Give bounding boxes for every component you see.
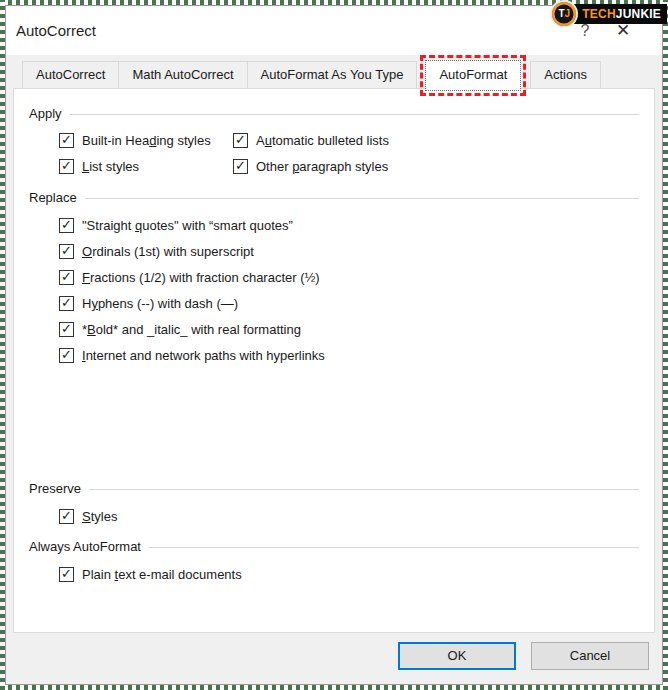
dialog-body: AutoCorrect Math AutoCorrect AutoFormat … bbox=[6, 55, 662, 684]
check-icon: ✓ bbox=[61, 296, 72, 309]
dialog-footer: OK Cancel bbox=[13, 633, 655, 684]
checkbox-row-hyphens-dash[interactable]: ✓ Hyphens (--) with dash (—) bbox=[59, 296, 639, 311]
checkbox[interactable]: ✓ bbox=[59, 567, 74, 582]
checkbox-row-other-paragraph-styles[interactable]: ✓ Other paragraph styles bbox=[233, 159, 389, 174]
tab-actions[interactable]: Actions bbox=[530, 61, 601, 88]
check-icon: ✓ bbox=[61, 348, 72, 361]
checkbox[interactable]: ✓ bbox=[59, 244, 74, 259]
techjunkie-logo: TJ TECHJUNKIE bbox=[550, 0, 667, 28]
red-dashed-annotation: AutoFormat bbox=[420, 55, 526, 96]
checkbox[interactable]: ✓ bbox=[59, 509, 74, 524]
section-divider bbox=[85, 198, 639, 199]
checkbox-label: "Straight quotes" with “smart quotes” bbox=[82, 218, 293, 233]
checkbox-label: List styles bbox=[82, 159, 139, 174]
section-apply: Apply bbox=[29, 106, 639, 121]
screenshot-frame: AutoCorrect ? ✕ AutoCorrect Math AutoCor… bbox=[0, 0, 668, 690]
tab-autoformat[interactable]: AutoFormat bbox=[425, 60, 521, 91]
section-always-autoformat-title: Always AutoFormat bbox=[29, 539, 141, 554]
checkbox[interactable]: ✓ bbox=[233, 159, 248, 174]
checkbox-row-straight-quotes[interactable]: ✓ "Straight quotes" with “smart quotes” bbox=[59, 218, 639, 233]
selection-border-right bbox=[663, 0, 668, 690]
checkbox-row-ordinals-superscript[interactable]: ✓ Ordinals (1st) with superscript bbox=[59, 244, 639, 259]
tab-math-autocorrect[interactable]: Math AutoCorrect bbox=[118, 61, 247, 88]
cancel-button[interactable]: Cancel bbox=[531, 642, 649, 670]
checkbox-label: Other paragraph styles bbox=[256, 159, 388, 174]
check-icon: ✓ bbox=[61, 322, 72, 335]
checkbox-label: *Bold* and _italic_ with real formatting bbox=[82, 322, 301, 337]
checkbox-row-fractions[interactable]: ✓ Fractions (1/2) with fraction characte… bbox=[59, 270, 639, 285]
checkbox-label: Fractions (1/2) with fraction character … bbox=[82, 270, 320, 285]
check-icon: ✓ bbox=[61, 244, 72, 257]
checkbox[interactable]: ✓ bbox=[59, 133, 74, 148]
section-apply-title: Apply bbox=[29, 106, 62, 121]
ok-button[interactable]: OK bbox=[398, 642, 516, 670]
check-icon: ✓ bbox=[61, 270, 72, 283]
autoformat-tab-page: Apply ✓ Built-in Heading styles ✓ Automa… bbox=[13, 88, 655, 633]
checkbox-label: Built-in Heading styles bbox=[82, 133, 211, 148]
section-preserve-title: Preserve bbox=[29, 481, 81, 496]
autocorrect-dialog: AutoCorrect ? ✕ AutoCorrect Math AutoCor… bbox=[5, 5, 663, 685]
checkbox-row-bold-italic[interactable]: ✓ *Bold* and _italic_ with real formatti… bbox=[59, 322, 639, 337]
check-icon: ✓ bbox=[61, 159, 72, 172]
check-icon: ✓ bbox=[61, 509, 72, 522]
checkbox[interactable]: ✓ bbox=[59, 348, 74, 363]
apply-options: ✓ Built-in Heading styles ✓ Automatic bu… bbox=[59, 133, 639, 174]
replace-options: ✓ "Straight quotes" with “smart quotes” … bbox=[59, 218, 639, 363]
section-divider bbox=[149, 547, 639, 548]
section-divider bbox=[70, 114, 639, 115]
checkbox-label: Hyphens (--) with dash (—) bbox=[82, 296, 238, 311]
techjunkie-wordmark: TECHJUNKIE bbox=[571, 4, 667, 24]
section-replace-title: Replace bbox=[29, 190, 77, 205]
tab-autoformat-as-you-type[interactable]: AutoFormat As You Type bbox=[247, 61, 418, 88]
checkbox[interactable]: ✓ bbox=[59, 270, 74, 285]
checkbox-label: Styles bbox=[82, 509, 117, 524]
checkbox-row-built-in-heading-styles[interactable]: ✓ Built-in Heading styles bbox=[59, 133, 233, 148]
checkbox[interactable]: ✓ bbox=[59, 218, 74, 233]
selection-border-bottom bbox=[0, 685, 668, 690]
checkbox-row-plain-text-email[interactable]: ✓ Plain text e-mail documents bbox=[59, 567, 639, 582]
selection-border-left bbox=[0, 0, 5, 690]
checkbox-label: Internet and network paths with hyperlin… bbox=[82, 348, 325, 363]
checkbox-label: Plain text e-mail documents bbox=[82, 567, 242, 582]
check-icon: ✓ bbox=[235, 159, 246, 172]
checkbox-row-internet-paths[interactable]: ✓ Internet and network paths with hyperl… bbox=[59, 348, 639, 363]
section-preserve: Preserve bbox=[29, 481, 639, 496]
checkbox[interactable]: ✓ bbox=[59, 322, 74, 337]
tab-autocorrect[interactable]: AutoCorrect bbox=[22, 61, 119, 88]
section-always-autoformat: Always AutoFormat bbox=[29, 539, 639, 554]
checkbox[interactable]: ✓ bbox=[59, 296, 74, 311]
checkbox[interactable]: ✓ bbox=[233, 133, 248, 148]
check-icon: ✓ bbox=[61, 218, 72, 231]
dialog-title: AutoCorrect bbox=[16, 22, 96, 39]
checkbox-row-automatic-bulleted-lists[interactable]: ✓ Automatic bulleted lists bbox=[233, 133, 389, 148]
tab-strip: AutoCorrect Math AutoCorrect AutoFormat … bbox=[13, 55, 655, 88]
checkbox-row-styles[interactable]: ✓ Styles bbox=[59, 509, 639, 524]
check-icon: ✓ bbox=[235, 133, 246, 146]
checkbox-label: Ordinals (1st) with superscript bbox=[82, 244, 254, 259]
check-icon: ✓ bbox=[61, 567, 72, 580]
section-replace: Replace bbox=[29, 190, 639, 205]
preserve-options: ✓ Styles bbox=[59, 509, 639, 524]
check-icon: ✓ bbox=[61, 133, 72, 146]
always-autoformat-options: ✓ Plain text e-mail documents bbox=[59, 567, 639, 582]
checkbox[interactable]: ✓ bbox=[59, 159, 74, 174]
checkbox-label: Automatic bulleted lists bbox=[256, 133, 389, 148]
checkbox-row-list-styles[interactable]: ✓ List styles bbox=[59, 159, 233, 174]
section-divider bbox=[89, 489, 639, 490]
